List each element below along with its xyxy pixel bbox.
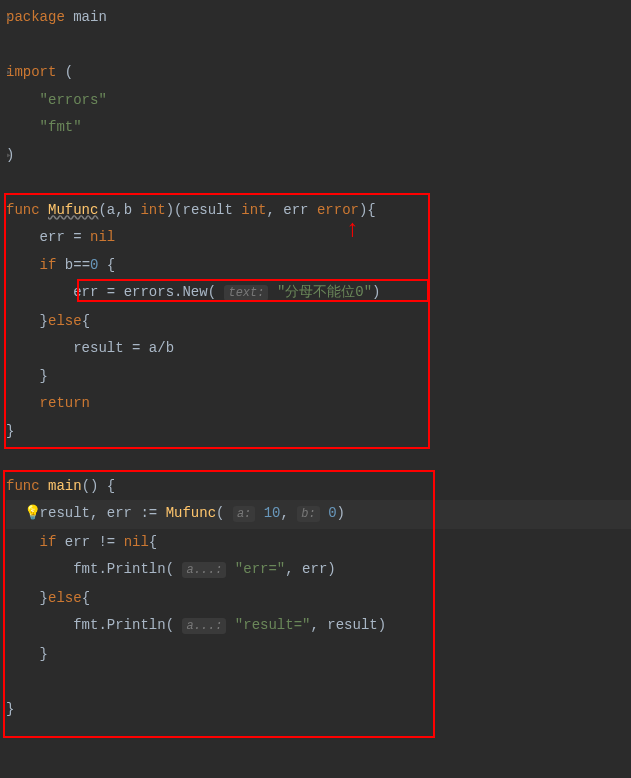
code-line[interactable] [6, 169, 631, 197]
keyword: func [6, 478, 40, 494]
code-line[interactable]: result = a/b [6, 335, 631, 363]
code-line[interactable]: } [6, 696, 631, 724]
brace: } [6, 423, 14, 439]
string: "分母不能位0" [277, 284, 372, 300]
code-line[interactable]: } [6, 418, 631, 446]
code-line[interactable]: ▸import ( [6, 59, 631, 87]
number: 0 [328, 505, 336, 521]
brace: ){ [359, 202, 376, 218]
indent [6, 257, 40, 273]
keyword: return [40, 395, 90, 411]
sig: () { [82, 478, 116, 494]
code-line[interactable]: } [6, 363, 631, 391]
brace: { [82, 590, 90, 606]
paren: ) [337, 505, 345, 521]
paren: ( [216, 505, 224, 521]
code-line[interactable]: func Mufunc(a,b int)(result int, err err… [6, 197, 631, 225]
param-hint: text: [224, 285, 268, 301]
paren: ) [372, 284, 380, 300]
sig: , err [267, 202, 317, 218]
keyword: if [40, 257, 57, 273]
code-line[interactable]: fmt.Println( a...: "result=", result) [6, 612, 631, 641]
code-line[interactable] [6, 668, 631, 696]
param-hint: a: [233, 506, 255, 522]
param-hint: b: [297, 506, 319, 522]
code-line[interactable]: }else{ [6, 308, 631, 336]
code-line[interactable]: "errors" [6, 87, 631, 115]
code-line[interactable]: fmt.Println( a...: "err=", err) [6, 556, 631, 585]
paren: ( [65, 64, 73, 80]
code-editor[interactable]: ▸package main ▸import ( "errors" "fmt" ▸… [0, 0, 631, 727]
sep: , [281, 505, 298, 521]
indent [6, 395, 40, 411]
param-hint: a...: [182, 562, 226, 578]
string: "errors" [40, 92, 107, 108]
function-name: main [48, 478, 82, 494]
brace: } [6, 646, 48, 662]
code-line[interactable] [6, 32, 631, 60]
indent [6, 284, 73, 300]
keyword: import [6, 64, 56, 80]
keyword: nil [124, 534, 149, 550]
intention-bulb-icon[interactable]: 💡 [24, 500, 41, 528]
code-line[interactable]: }else{ [6, 585, 631, 613]
code-line[interactable]: func main() { [6, 473, 631, 501]
string: "fmt" [40, 119, 82, 135]
cond: b== [56, 257, 90, 273]
keyword: else [48, 313, 82, 329]
code: result = a/b [6, 340, 174, 356]
code-line[interactable]: if err != nil{ [6, 529, 631, 557]
sig: )(result [166, 202, 242, 218]
keyword: package [6, 9, 65, 25]
function-call: Mufunc [166, 505, 216, 521]
code: fmt.Println( [6, 561, 174, 577]
brace: { [149, 534, 157, 550]
type: int [241, 202, 266, 218]
code-line[interactable]: ▸package main [6, 4, 631, 32]
type: error [317, 202, 359, 218]
keyword: func [6, 202, 40, 218]
keyword: else [48, 590, 82, 606]
identifier: main [73, 9, 107, 25]
param-hint: a...: [182, 618, 226, 634]
code: , result) [310, 617, 386, 633]
code-line[interactable]: 💡 result, err := Mufunc( a: 10, b: 0) [6, 500, 631, 529]
brace: } [6, 701, 14, 717]
brace: { [82, 313, 90, 329]
code: fmt.Println( [6, 617, 174, 633]
code: err = errors.New( [73, 284, 216, 300]
number: 10 [264, 505, 281, 521]
code-line[interactable]: if b==0 { [6, 252, 631, 280]
brace: { [98, 257, 115, 273]
indent [6, 534, 40, 550]
string: "err=" [235, 561, 285, 577]
code: err = [6, 229, 90, 245]
type: int [140, 202, 165, 218]
brace: } [6, 313, 48, 329]
sig: (a,b [98, 202, 140, 218]
code: , err) [285, 561, 335, 577]
code-line[interactable] [6, 445, 631, 473]
code-line[interactable]: ▸) [6, 142, 631, 170]
string: "result=" [235, 617, 311, 633]
brace: } [6, 590, 48, 606]
code-line[interactable]: "fmt" [6, 114, 631, 142]
code-line[interactable]: } [6, 641, 631, 669]
cond: err != [56, 534, 123, 550]
keyword: nil [90, 229, 115, 245]
code-line[interactable]: err = nil [6, 224, 631, 252]
function-name: Mufunc [48, 202, 98, 218]
code-line[interactable]: return [6, 390, 631, 418]
brace: } [6, 368, 48, 384]
code-line[interactable]: err = errors.New( text: "分母不能位0") [6, 279, 631, 308]
keyword: if [40, 534, 57, 550]
